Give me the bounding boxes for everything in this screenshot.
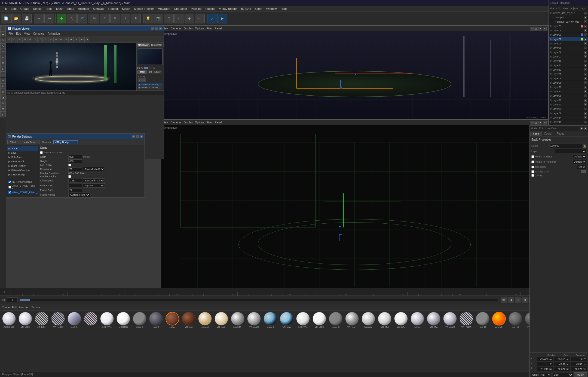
object-list-item-18[interactable]: ▷ Layer33 ● xyxy=(549,89,588,94)
texture-btn[interactable]: T xyxy=(100,14,110,23)
visible-renderer-dropdown[interactable]: Default xyxy=(572,160,586,164)
histogram-tab[interactable]: Histogram xyxy=(150,43,164,47)
pv-menu-edit[interactable]: Edit xyxy=(15,32,22,35)
pv-tb-10[interactable]: ⊖ xyxy=(53,37,58,42)
pixel-aspect-preset[interactable]: Square xyxy=(83,183,105,188)
size-type-dropdown[interactable]: Size xyxy=(553,373,573,377)
vray-stage-final[interactable]: VRAY_STAGE_FINAL_1 xyxy=(7,190,38,194)
pv-tb-7[interactable]: ⟲ xyxy=(38,37,43,42)
vp-top-render[interactable]: ▶ xyxy=(538,27,542,31)
vp-bot-options[interactable]: Options xyxy=(195,121,204,124)
layer-vis-2[interactable]: ● xyxy=(584,20,587,23)
left-tool-13[interactable]: ◑ xyxy=(0,95,6,100)
stereo-btn[interactable]: S xyxy=(142,78,146,82)
frame-rate-input[interactable] xyxy=(68,188,82,192)
vp-top-display[interactable]: Display xyxy=(184,27,193,30)
material-item-8[interactable]: glass_1 xyxy=(132,312,148,376)
z-rot-input[interactable] xyxy=(571,368,586,370)
navigator-tab[interactable]: Navigator xyxy=(137,43,150,47)
pp-tab-basic[interactable]: Basic xyxy=(530,132,542,136)
history-item-2[interactable]: 📷 VirtualTvChatSet_11... xyxy=(138,86,163,89)
stop-btn[interactable]: ■ xyxy=(522,297,528,303)
menu-plugins[interactable]: Plugins xyxy=(204,7,217,11)
menu-mograph[interactable]: MoGraph xyxy=(156,7,172,11)
pixel-aspect-input[interactable] xyxy=(68,184,82,187)
layer-vis-11[interactable]: ● xyxy=(584,60,587,62)
object-space-dropdown[interactable]: Object (Rel) xyxy=(531,373,552,377)
mb-menu-create[interactable]: Create xyxy=(2,306,10,309)
pv-tb-9[interactable]: ⊕ xyxy=(48,37,53,42)
layer-vis-14[interactable]: ● xyxy=(584,73,587,75)
viewport-top-canvas[interactable]: Perspective Grid Spacing : 100 cm xyxy=(161,31,548,119)
poly-btn[interactable]: F xyxy=(131,14,141,23)
pv-close[interactable]: × xyxy=(159,27,162,30)
layer-vis-4[interactable]: ● xyxy=(584,29,587,32)
cube-btn[interactable]: ◻ xyxy=(164,14,174,23)
menu-select[interactable]: Select xyxy=(32,7,43,11)
material-item-31[interactable]: mat_10 xyxy=(507,312,523,376)
scale-btn[interactable]: ⤡ xyxy=(67,14,77,23)
object-list-item-6[interactable]: ▷ Layer02 ● xyxy=(549,37,588,41)
y-pos-cell[interactable]: 1 H 0° xyxy=(537,362,553,366)
material-item-17[interactable]: VR_glas xyxy=(279,312,295,376)
prev-frame-btn[interactable]: ◀ xyxy=(508,297,514,303)
left-tool-6[interactable]: ✦ xyxy=(0,55,6,60)
layer-vis-5[interactable]: ● xyxy=(584,34,587,36)
object-list-item-15[interactable]: ▷ Layer06 ● xyxy=(549,76,588,81)
layer-vis-19[interactable]: ● xyxy=(584,95,587,97)
new-btn[interactable]: 📄 xyxy=(1,14,11,23)
pp-mode-mode[interactable]: Mode xyxy=(531,127,537,130)
material-item-3[interactable]: VR_LIGH xyxy=(50,312,66,376)
apply-button[interactable]: Apply xyxy=(574,372,587,377)
effect-btn[interactable]: Effect... xyxy=(7,140,20,144)
menu-motion-tracker[interactable]: Motion Tracker xyxy=(132,7,155,11)
material-item-9[interactable]: mat_3 xyxy=(148,312,164,376)
rotate-btn[interactable]: ↺ xyxy=(77,14,87,23)
left-tool-16[interactable]: $ xyxy=(0,112,6,117)
sphere-btn[interactable]: ○ xyxy=(174,14,184,23)
layer-vis-12[interactable]: ● xyxy=(584,64,587,67)
pp-tab-phong[interactable]: Phong xyxy=(554,132,566,136)
object-list-item-19[interactable]: ▷ Layer25 ● xyxy=(549,94,588,98)
pv-tb-8[interactable]: ⟳ xyxy=(43,37,48,42)
z-pos-cell[interactable]: 81.243 cm xyxy=(537,367,553,371)
object-list-item-5[interactable]: ▷ Layer01 ● xyxy=(549,33,588,37)
vp-top-cameras[interactable]: Cameras xyxy=(171,27,182,30)
left-tool-4[interactable]: ⤡ xyxy=(0,43,6,49)
left-tool-3[interactable]: ⟳ xyxy=(0,38,6,43)
resolution-input[interactable] xyxy=(68,167,82,171)
object-list-item-21[interactable]: ▷ Layer23 ● xyxy=(549,102,588,107)
material-item-15[interactable]: VR_ALLU xyxy=(246,312,262,376)
y-rot-input[interactable] xyxy=(571,363,586,366)
pv-menu-compare[interactable]: Compare xyxy=(32,32,45,35)
cylinder-btn[interactable]: ⊗ xyxy=(185,14,194,23)
history-item-1[interactable]: 📷 VirtualTvChatSet_11... xyxy=(138,83,163,86)
save-btn[interactable]: 💾 xyxy=(22,14,32,23)
material-item-30[interactable]: vs_mat_ xyxy=(491,312,507,376)
rs-sidebar-teamrender[interactable]: ▶Team Render xyxy=(7,164,38,168)
left-tool-11[interactable]: ≡ xyxy=(0,83,6,89)
rs-close[interactable]: × xyxy=(140,135,143,138)
model-btn[interactable]: M xyxy=(90,14,99,23)
rp-tab-bookm[interactable]: Bookm xyxy=(587,7,588,10)
vray-stage-test-check[interactable] xyxy=(8,186,11,188)
rs-sidebar-output[interactable]: ▶Output xyxy=(7,146,38,151)
material-item-12[interactable]: manzari xyxy=(197,312,213,376)
material-item-4[interactable]: mat_3 xyxy=(66,312,82,376)
vp-bot-panel[interactable]: Panel xyxy=(215,121,222,124)
object-list-item-2[interactable]: ▷ arch20_027_07_019 ● xyxy=(549,20,588,24)
frame-input[interactable] xyxy=(7,297,18,302)
pp-mode-edit[interactable]: Edit xyxy=(539,127,544,130)
object-list-item-13[interactable]: ▷ Layer12 ● xyxy=(549,68,588,72)
material-item-27[interactable]: VR_ALLU xyxy=(442,312,458,376)
layer-tab[interactable]: Layer xyxy=(153,70,162,74)
material-item-22[interactable]: Material xyxy=(360,312,376,376)
resolution-unit-dropdown[interactable]: Pixels/Inch (DPI) xyxy=(83,167,105,171)
material-item-14[interactable]: ALUMM_ xyxy=(230,312,246,376)
layer-dropdown[interactable] xyxy=(554,149,586,153)
pp-nav-right[interactable]: ▶ xyxy=(584,127,587,130)
vray-stage-test[interactable]: VRAY_STAGE_TEST 1 xyxy=(7,184,38,190)
lock-check[interactable] xyxy=(68,164,71,166)
info-tab[interactable]: Info xyxy=(147,70,153,74)
layer-vis-1[interactable]: ● xyxy=(584,16,587,19)
